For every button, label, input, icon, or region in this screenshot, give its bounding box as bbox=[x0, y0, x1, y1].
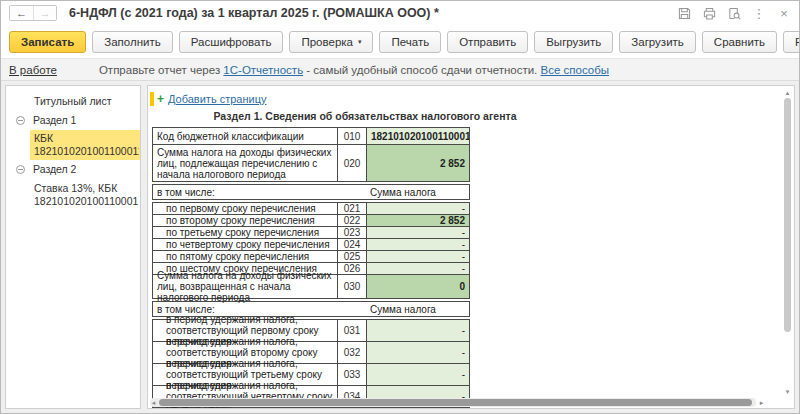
page-title: 6-НДФЛ (с 2021 года) за 1 квартал 2025 г… bbox=[69, 6, 669, 20]
value-cell-025[interactable]: - bbox=[367, 251, 469, 262]
row-code: 025 bbox=[337, 251, 367, 262]
table-row: Код бюджетной классификации0101821010201… bbox=[152, 127, 470, 145]
save-icon[interactable] bbox=[677, 6, 691, 20]
sidebar-item-section2[interactable]: Раздел 2 bbox=[6, 160, 140, 179]
row-code: 030 bbox=[337, 275, 367, 298]
row-code: 010 bbox=[337, 128, 367, 144]
value-cell-033[interactable]: - bbox=[367, 364, 469, 385]
report-state-link[interactable]: В работе bbox=[9, 64, 57, 76]
value-cell-030[interactable]: 0 bbox=[367, 275, 469, 298]
vertical-scrollbar[interactable] bbox=[782, 88, 793, 396]
collapse-minus-icon[interactable] bbox=[16, 165, 25, 174]
table-row: Сумма налога на доходы физических лиц, в… bbox=[152, 274, 470, 299]
status-text-mid: - самый удобный способ сдачи отчетности. bbox=[303, 64, 540, 76]
more-dots-icon[interactable]: ⋮ bbox=[752, 6, 766, 20]
1c-reporting-link[interactable]: 1С-Отчетность bbox=[223, 64, 303, 76]
value-cell-024[interactable]: - bbox=[367, 239, 469, 250]
add-page-label: Добавить страницу bbox=[168, 93, 266, 105]
forward-arrow-icon[interactable] bbox=[33, 6, 56, 20]
horizontal-scrollbar[interactable] bbox=[150, 398, 756, 407]
print-icon[interactable] bbox=[702, 6, 716, 20]
focus-marker bbox=[150, 92, 154, 106]
fill-button[interactable]: Заполнить bbox=[92, 31, 172, 53]
import-button[interactable]: Загрузить bbox=[619, 31, 696, 53]
value-cell-031[interactable]: - bbox=[367, 320, 469, 341]
collapse-minus-icon[interactable] bbox=[16, 116, 25, 125]
section-tree: Титульный листРаздел 1КБК 18210102010011… bbox=[5, 85, 141, 409]
compare-button[interactable]: Сравнить bbox=[702, 31, 777, 53]
row-code: 035 bbox=[337, 408, 367, 409]
table-row: в период удержания налога, соответствующ… bbox=[152, 407, 470, 409]
scroll-up-icon[interactable] bbox=[782, 88, 793, 97]
value-cell-032[interactable]: - bbox=[367, 342, 469, 363]
value-cell-026[interactable]: - bbox=[367, 263, 469, 274]
table-row: по второму сроку перечисления0222 852 bbox=[152, 214, 470, 227]
scroll-right-icon[interactable] bbox=[757, 398, 766, 407]
scroll-down-icon[interactable] bbox=[782, 387, 793, 396]
table-row: по пятому сроку перечисления025- bbox=[152, 250, 470, 263]
row-label: в период удержания налога, соответствующ… bbox=[153, 408, 337, 409]
row-code: 032 bbox=[337, 342, 367, 363]
row-code: 033 bbox=[337, 364, 367, 385]
sidebar-item-section1[interactable]: Раздел 1 bbox=[6, 111, 140, 130]
row-code: 020 bbox=[337, 145, 367, 181]
section1-table: Код бюджетной классификации0101821010201… bbox=[152, 127, 470, 409]
toolbar: ЗаписатьЗаполнитьРасшифроватьПроверкаПеч… bbox=[1, 23, 799, 58]
send-button[interactable]: Отправить bbox=[447, 31, 528, 53]
chevron-down-icon bbox=[358, 38, 362, 46]
statusbar: В работе Отправьте отчет через 1С-Отчетн… bbox=[1, 58, 799, 81]
plus-icon bbox=[157, 92, 164, 106]
value-cell-021[interactable]: - bbox=[367, 203, 469, 214]
sidebar-item-label: Раздел 2 bbox=[33, 163, 76, 176]
row-code: 023 bbox=[337, 227, 367, 238]
back-arrow-icon[interactable] bbox=[10, 6, 33, 20]
row-label: Код бюджетной классификации bbox=[153, 128, 337, 144]
table-row: по первому сроку перечисления021- bbox=[152, 202, 470, 215]
table-row: по четвертому сроку перечисления024- bbox=[152, 238, 470, 251]
decipher-button[interactable]: Расшифровать bbox=[179, 31, 284, 53]
all-methods-link[interactable]: Все способы bbox=[541, 64, 610, 76]
registry-button[interactable]: Реестр bbox=[783, 31, 800, 53]
row-label: по первому сроку перечисления bbox=[153, 203, 337, 214]
row-label: по пятому сроку перечисления bbox=[153, 251, 337, 262]
sidebar-item-label: Ставка 13%, КБК 18210102010011000110 bbox=[34, 182, 138, 208]
save-button[interactable]: Записать bbox=[9, 31, 86, 53]
main-area: Титульный листРаздел 1КБК 18210102010011… bbox=[1, 81, 799, 413]
sidebar-item-label: Раздел 1 bbox=[33, 114, 76, 127]
subheader-sum-label: Сумма налога bbox=[337, 185, 469, 199]
form-panel: Добавить страницу Раздел 1. Сведения об … bbox=[147, 85, 795, 409]
table-row: по третьему сроку перечисления023- bbox=[152, 226, 470, 239]
value-cell-022[interactable]: 2 852 bbox=[367, 215, 469, 226]
row-label: Сумма налога на доходы физических лиц, в… bbox=[153, 275, 337, 298]
sidebar-item-label: КБК 18210102010011000110 bbox=[34, 132, 139, 158]
row-code: 022 bbox=[337, 215, 367, 226]
table-subheader-row: в том числе:Сумма налога bbox=[152, 184, 470, 200]
table-row: Сумма налога на доходы физических лиц, п… bbox=[152, 144, 470, 182]
titlebar: 6-НДФЛ (с 2021 года) за 1 квартал 2025 г… bbox=[1, 1, 799, 23]
sidebar-item-rate13[interactable]: Ставка 13%, КБК 18210102010011000110 bbox=[6, 179, 140, 211]
sidebar-item-kbk[interactable]: КБК 18210102010011000110 bbox=[30, 130, 140, 160]
status-text-prefix: Отправьте отчет через bbox=[99, 64, 223, 76]
value-cell-010[interactable]: 18210102010011000110 bbox=[367, 128, 469, 144]
row-label: по четвертому сроку перечисления bbox=[153, 239, 337, 250]
add-page-link[interactable]: Добавить страницу bbox=[150, 91, 794, 107]
sidebar-item-title-page[interactable]: Титульный лист bbox=[6, 92, 140, 111]
print-button[interactable]: Печать bbox=[379, 31, 441, 53]
scroll-left-icon[interactable] bbox=[149, 398, 158, 407]
value-cell-035[interactable] bbox=[367, 408, 469, 409]
row-label: Сумма налога на доходы физических лиц, п… bbox=[153, 145, 337, 181]
value-cell-020[interactable]: 2 852 bbox=[367, 145, 469, 181]
vertical-scrollbar-thumb[interactable] bbox=[784, 98, 791, 332]
status-message: Отправьте отчет через 1С-Отчетность - са… bbox=[99, 64, 609, 76]
value-cell-023[interactable]: - bbox=[367, 227, 469, 238]
preview-icon[interactable] bbox=[727, 6, 741, 20]
horizontal-scrollbar-thumb[interactable] bbox=[159, 399, 752, 406]
titlebar-icons: ⋮ × bbox=[677, 6, 791, 20]
check-button[interactable]: Проверка bbox=[289, 31, 373, 53]
row-code: 024 bbox=[337, 239, 367, 250]
subheader-sum-label: Сумма налога bbox=[337, 302, 469, 316]
row-label: по второму сроку перечисления bbox=[153, 215, 337, 226]
section1-title: Раздел 1. Сведения об обязательствах нал… bbox=[150, 110, 580, 122]
close-icon[interactable]: × bbox=[777, 6, 791, 20]
export-button[interactable]: Выгрузить bbox=[534, 31, 613, 53]
